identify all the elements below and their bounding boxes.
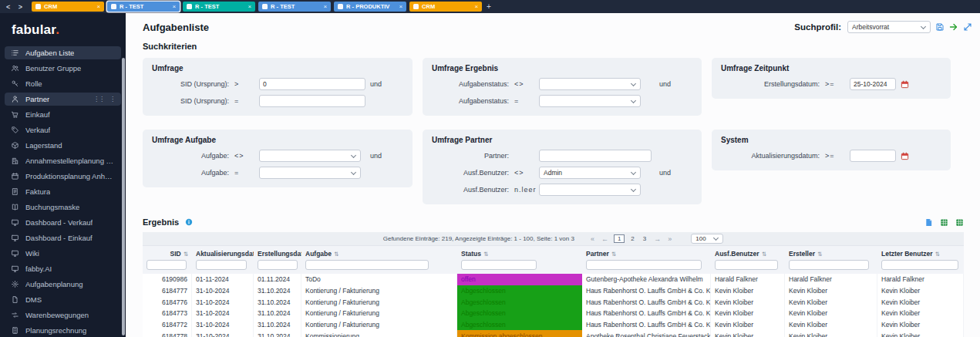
filter-input-ausf_benutzer[interactable]	[715, 260, 778, 270]
last-page-button[interactable]: »	[666, 235, 673, 243]
sid-ursprung-gt-input[interactable]	[259, 78, 365, 90]
column-header-aktualisierungsdatum[interactable]: Aktualisierungsdatum⇅	[192, 249, 254, 258]
filter-input-ersteller[interactable]	[789, 260, 869, 270]
filter-input-sid[interactable]	[146, 260, 187, 270]
filter-input-erstellungsdatum[interactable]	[258, 260, 298, 270]
drag-handle-icon[interactable]: ⋮⋮	[93, 96, 104, 103]
tab-close-icon[interactable]: ×	[172, 4, 176, 10]
and-label: und	[659, 169, 671, 177]
expand-icon[interactable]	[963, 22, 972, 32]
tab-close-icon[interactable]: ×	[399, 4, 402, 10]
filter-input-letzter_benutzer[interactable]	[881, 260, 958, 270]
sidebar-item-verkauf[interactable]: Verkauf	[5, 123, 121, 136]
partner-input[interactable]	[539, 150, 652, 162]
sidebar-item-faktura[interactable]: Faktura	[5, 185, 121, 198]
aktualisierungsdatum-input[interactable]	[850, 150, 896, 162]
ausf-benutzer-neq-select[interactable]: Admin	[539, 167, 641, 179]
tab-close-icon[interactable]: ×	[323, 4, 327, 10]
kebab-menu-icon[interactable]: ⋮	[109, 96, 115, 103]
column-header-aufgabe[interactable]: Aufgabe⇅	[301, 249, 457, 258]
export-excel-icon[interactable]	[940, 218, 948, 227]
export-document-icon[interactable]	[924, 218, 933, 227]
save-icon[interactable]	[935, 22, 945, 32]
app-tab[interactable]: CRM×	[409, 2, 482, 12]
sidebar-item-dashboard-verkauf[interactable]: Dashboard - Verkauf	[5, 216, 121, 229]
sidebar-item-wiki[interactable]: Wiki	[5, 247, 121, 260]
sidebar-item-partner[interactable]: Partner⋮⋮⋮	[5, 93, 121, 106]
next-page-button[interactable]: →	[652, 235, 662, 243]
export-excel-icon[interactable]	[955, 218, 964, 227]
add-tab-button[interactable]: +	[487, 2, 491, 11]
sidebar-item-produktionsplanung-anhausen[interactable]: Produktionsplanung Anhausen	[5, 170, 121, 183]
app-tab[interactable]: R - TEST×	[258, 2, 331, 12]
sidebar-item-annahmestellenplanung-unkel[interactable]: Annahmestellenplanung Unkel	[5, 154, 121, 167]
nav-forward-icon[interactable]: >	[19, 3, 25, 11]
column-header-letzter_benutzer[interactable]: Letzter Benutzer⇅	[877, 249, 964, 258]
prev-page-button[interactable]: ←	[600, 235, 610, 243]
sidebar-scrollbar[interactable]	[122, 58, 125, 335]
ausf-benutzer-nleer-select[interactable]	[539, 184, 641, 196]
aufgabe-eq-select[interactable]	[259, 167, 361, 179]
column-header-erstellungsdatum[interactable]: Erstellungsdatum⇅	[254, 249, 301, 258]
sidebar-item-rolle[interactable]: Rolle	[5, 77, 121, 90]
sort-icon[interactable]: ⇅	[611, 251, 616, 258]
column-header-status[interactable]: Status⇅	[457, 249, 582, 258]
column-header-ausf_benutzer[interactable]: Ausf.Benutzer⇅	[711, 249, 785, 258]
page-button-3[interactable]: 3	[641, 235, 648, 242]
filter-input-status[interactable]	[461, 260, 537, 270]
page-button-1[interactable]: 1	[614, 234, 625, 243]
sidebar-item-dms[interactable]: DMS	[5, 293, 121, 306]
column-header-ersteller[interactable]: Ersteller⇅	[785, 249, 877, 258]
app-tab[interactable]: R - TEST×	[107, 2, 180, 12]
table-row[interactable]: 618477731-10-202431.10.2024Kontierung / …	[143, 285, 964, 297]
sidebar-item-aufgabenplanung[interactable]: Aufgabenplanung	[5, 278, 121, 291]
aufgabenstatus-eq-select[interactable]	[539, 95, 641, 107]
sidebar-item-fabby-ai[interactable]: fabby.AI	[5, 262, 121, 275]
nav-back-icon[interactable]: <	[6, 3, 13, 11]
sort-icon[interactable]: ⇅	[483, 251, 488, 258]
sidebar-item-lagerstand[interactable]: Lagerstand	[5, 139, 121, 152]
sidebar-item-buchungsmaske[interactable]: Buchungsmaske	[5, 201, 121, 214]
aufgabenstatus-neq-select[interactable]	[539, 78, 641, 90]
apply-arrow-icon[interactable]	[949, 22, 958, 32]
table-row[interactable]: 618477231-10-202431.10.2024Kontierung / …	[143, 319, 964, 331]
app-tab[interactable]: CRM×	[32, 2, 104, 12]
app-tab[interactable]: R - TEST×	[183, 2, 255, 12]
calendar-icon[interactable]	[901, 80, 909, 89]
first-page-button[interactable]: «	[589, 235, 596, 243]
sort-icon[interactable]: ⇅	[762, 251, 766, 258]
calendar-icon[interactable]	[901, 152, 909, 160]
sidebar-item-einkauf[interactable]: Einkauf	[5, 108, 121, 121]
table-row[interactable]: 618477331-10-202431.10.2024Kontierung / …	[143, 308, 964, 319]
tab-close-icon[interactable]: ×	[474, 4, 478, 10]
table-row[interactable]: 618477831-10-202431.10.2024Kommissionier…	[143, 330, 964, 337]
table-row[interactable]: 619098601-11-202401.11.2024ToDooffenGute…	[143, 274, 964, 285]
sidebar-item-dashboard-einkauf[interactable]: Dashboard - Einkauf	[5, 231, 121, 244]
sidebar-item-planungsrechnung[interactable]: Planungsrechnung	[5, 324, 121, 337]
filter-input-aufgabe[interactable]	[305, 260, 429, 270]
search-profile-select[interactable]: Arbeitsvorrat	[847, 21, 931, 33]
sort-icon[interactable]: ⇅	[184, 251, 188, 258]
sort-icon[interactable]: ⇅	[817, 251, 822, 258]
sidebar-item-aufgaben-liste[interactable]: Aufgaben Liste	[5, 46, 121, 59]
sid-ursprung-eq-input[interactable]	[259, 95, 365, 107]
app-tab[interactable]: R - PRODUKTIV×	[334, 2, 406, 12]
filter-input-partner[interactable]	[586, 260, 702, 270]
filter-input-aktualisierungsdatum[interactable]	[196, 260, 247, 270]
cell-partner: Apotheke Rosenthal Christiane Feuerstack	[582, 330, 711, 337]
column-header-sid[interactable]: SID⇅	[143, 249, 192, 258]
sort-icon[interactable]: ⇅	[334, 251, 338, 258]
aufgabe-neq-select[interactable]	[259, 150, 361, 162]
page-button-2[interactable]: 2	[628, 235, 636, 242]
tab-close-icon[interactable]: ×	[248, 4, 251, 10]
sidebar-item-warenbewegungen[interactable]: Warenbewegungen	[5, 308, 121, 322]
tab-close-icon[interactable]: ×	[96, 4, 100, 10]
sort-icon[interactable]: ⇅	[935, 251, 940, 258]
erstellungsdatum-input[interactable]	[850, 78, 896, 90]
info-icon[interactable]	[185, 218, 193, 226]
field-label: Ausf.Benutzer:	[432, 186, 509, 194]
sidebar-item-benutzer-gruppe[interactable]: Benutzer Gruppe	[5, 62, 121, 75]
page-size-select[interactable]: 100	[691, 234, 723, 244]
column-header-partner[interactable]: Partner⇅	[582, 249, 711, 258]
table-row[interactable]: 618477631-10-202431.10.2024Kontierung / …	[143, 296, 964, 308]
